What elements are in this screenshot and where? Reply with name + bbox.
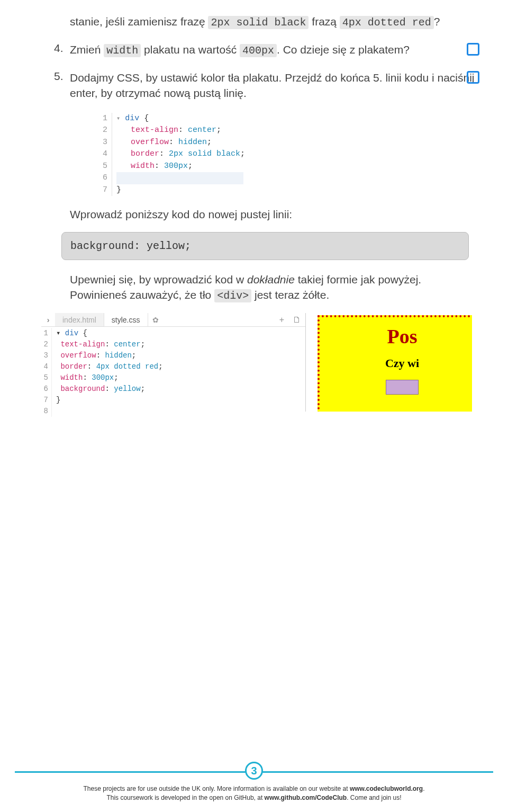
editor-preview-screenshot: › index.html style.css ✿ + 🗋 1▾ div {2 t… (41, 313, 472, 412)
code-2px-solid-black: 2px solid black (208, 16, 309, 29)
sidebar-toggle-icon[interactable]: › (41, 316, 55, 324)
step5-checkbox[interactable] (467, 71, 479, 84)
footer-text: These projects are for use outside the U… (0, 784, 508, 802)
code-width: width (104, 44, 141, 57)
poster-bar (386, 380, 419, 395)
confirm-text: Upewniej się, by wprowadzić kod w dokład… (70, 272, 476, 304)
code-400px: 400px (240, 44, 277, 57)
step4-checkbox[interactable] (467, 43, 479, 56)
step3-text: stanie, jeśli zamienisz frazę 2px solid … (70, 14, 476, 30)
poster-preview: Pos Czy wi (318, 315, 472, 412)
tab-style-css[interactable]: style.css (104, 313, 148, 326)
code-box-background-yellow: background: yellow; (61, 232, 469, 260)
poster-subtitle: Czy wi (320, 356, 472, 370)
preview-pane: Pos Czy wi (306, 313, 472, 412)
intro-text: Wprowadź poniższy kod do nowej pustej li… (70, 207, 476, 222)
step4-number: 4. (54, 42, 70, 55)
step4-text: Zmień width plakatu na wartość 400px. Co… (70, 42, 476, 58)
poster-title: Pos (320, 325, 472, 348)
step5-text: Dodajmy CSS, by ustawić kolor tła plakat… (70, 70, 476, 101)
page-number: 3 (245, 762, 263, 780)
file-icon[interactable]: 🗋 (288, 315, 305, 325)
code-4px-dotted-red: 4px dotted red (340, 16, 434, 29)
step5-number: 5. (54, 70, 70, 83)
tab-index-html[interactable]: index.html (55, 313, 104, 326)
gear-icon[interactable]: ✿ (152, 316, 159, 324)
code-editor-snippet-1: 1▾ div {2 text-align: center;3 overflow:… (101, 113, 250, 197)
code-div: <div> (214, 289, 251, 302)
add-tab-icon[interactable]: + (275, 315, 288, 325)
code-editor-snippet-2: 1▾ div {2 text-align: center;3 overflow:… (41, 327, 305, 417)
